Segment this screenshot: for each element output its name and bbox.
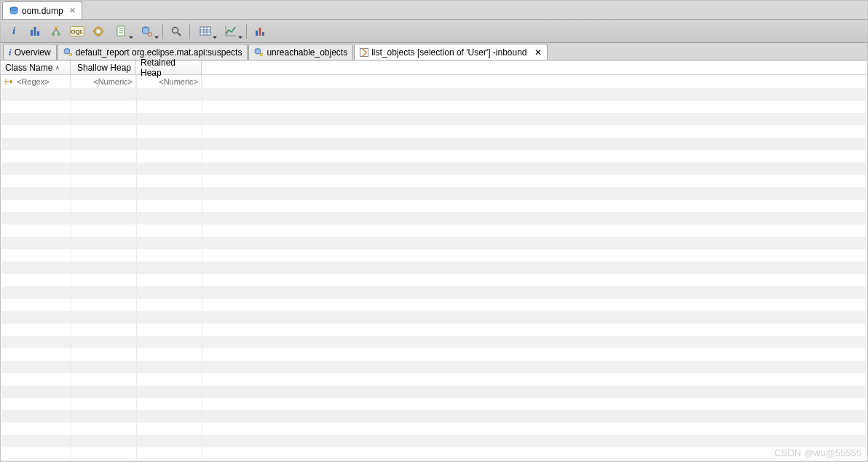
svg-rect-31 (256, 31, 258, 36)
toolbar: i OQL (1, 20, 867, 43)
query-browser-button[interactable] (135, 23, 159, 40)
svg-marker-40 (10, 79, 13, 84)
filter-placeholder: <Regex> (17, 77, 50, 86)
svg-rect-3 (34, 27, 36, 36)
chart-button[interactable] (218, 23, 243, 40)
view-tabs: i Overview default_report org.eclipse.ma… (1, 43, 867, 60)
report-doc-icon (116, 26, 127, 37)
histogram-icon (29, 26, 41, 37)
column-divider (136, 75, 137, 461)
dominator-tree-button[interactable] (46, 23, 66, 40)
close-icon[interactable]: ✕ (69, 6, 76, 15)
editor-tab-oom-dump[interactable]: oom.dump ✕ (2, 1, 82, 19)
svg-point-35 (68, 53, 71, 56)
run-report-button[interactable] (109, 23, 134, 40)
close-icon[interactable]: ✕ (534, 47, 542, 58)
list-icon (360, 48, 368, 57)
tab-list-objects[interactable]: list_objects [selection of 'User'] -inbo… (354, 44, 547, 60)
tab-unreachable-objects[interactable]: unreachable_objects (248, 44, 353, 60)
search-button[interactable] (166, 23, 186, 40)
info-icon: i (12, 25, 15, 37)
line-chart-icon (225, 26, 237, 37)
column-divider (202, 75, 202, 461)
column-header-retained-heap[interactable]: Retained Heap (136, 60, 202, 74)
chevron-down-icon (238, 36, 242, 39)
filter-placeholder: <Numeric> (93, 77, 133, 86)
svg-rect-24 (200, 27, 210, 35)
toolbar-separator (246, 24, 247, 39)
histogram-button[interactable] (25, 23, 45, 40)
filter-class-name[interactable]: <Regex> (1, 75, 71, 87)
tab-label: unreachable_objects (267, 47, 347, 58)
report-icon (254, 47, 264, 57)
gear-icon (92, 26, 104, 37)
filter-retained-heap[interactable]: <Numeric> (136, 75, 202, 87)
heap-dump-icon (9, 6, 19, 16)
compare-button[interactable] (250, 23, 270, 40)
chevron-down-icon (129, 36, 133, 39)
svg-rect-33 (262, 32, 264, 36)
tab-overview[interactable]: i Overview (3, 44, 57, 60)
table-icon (200, 26, 211, 37)
svg-rect-4 (37, 31, 39, 36)
watermark: CSDN @wu@55555 (774, 447, 861, 458)
column-header-class-name[interactable]: Class Name ∧ (1, 60, 71, 74)
column-divider (71, 75, 71, 461)
chevron-down-icon (213, 36, 217, 39)
svg-point-22 (173, 27, 178, 33)
svg-point-6 (52, 33, 55, 36)
editor-tab-label: oom.dump (22, 6, 63, 16)
table-body (1, 88, 867, 461)
svg-text:OQL: OQL (71, 28, 83, 35)
info-icon: i (9, 47, 12, 58)
chevron-down-icon (154, 36, 159, 39)
thread-overview-button[interactable] (88, 23, 108, 40)
column-label: Class Name (5, 63, 52, 73)
search-icon (170, 26, 182, 37)
calc-retained-button[interactable] (193, 23, 218, 40)
oql-button[interactable]: OQL (67, 23, 87, 40)
svg-point-7 (58, 33, 60, 36)
table-column-headers: Class Name ∧ Shallow Heap Retained Heap (1, 60, 867, 75)
column-label: Shallow Heap (77, 63, 131, 73)
tab-label: list_objects [selection of 'User'] -inbo… (371, 47, 526, 58)
regex-filter-icon (4, 77, 14, 86)
svg-rect-32 (259, 28, 261, 36)
column-header-shallow-heap[interactable]: Shallow Heap (71, 60, 136, 74)
editor-tabs: oom.dump ✕ (1, 1, 867, 20)
query-icon (141, 26, 153, 37)
svg-line-23 (178, 33, 181, 36)
oql-icon: OQL (70, 26, 84, 36)
svg-point-37 (260, 53, 263, 56)
sort-asc-icon: ∧ (55, 64, 60, 71)
filter-shallow-heap[interactable]: <Numeric> (71, 75, 136, 87)
svg-point-11 (97, 30, 100, 33)
dominator-tree-icon (50, 26, 62, 37)
table-filter-row: <Regex> <Numeric> <Numeric> (1, 75, 867, 87)
svg-rect-2 (31, 30, 33, 36)
tab-label: default_report org.eclipse.mat.api:suspe… (76, 47, 242, 58)
info-button[interactable]: i (4, 23, 24, 40)
toolbar-separator (162, 24, 163, 39)
svg-point-5 (55, 26, 58, 29)
filter-placeholder: <Numeric> (159, 77, 198, 86)
compare-icon (254, 26, 266, 37)
report-icon (63, 47, 73, 57)
svg-point-21 (149, 32, 152, 36)
tab-label: Overview (15, 47, 51, 58)
toolbar-separator (189, 24, 190, 39)
